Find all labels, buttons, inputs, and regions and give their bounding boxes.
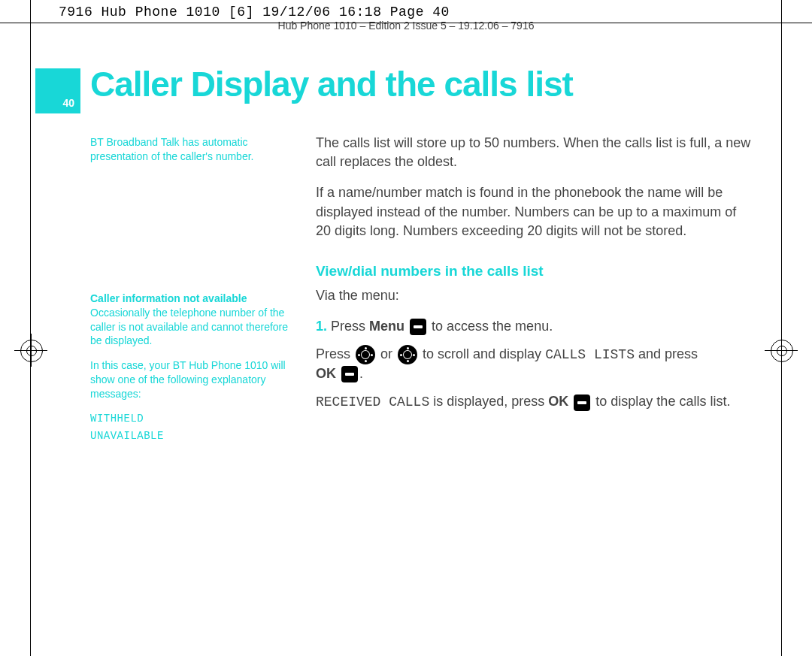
step-text: .: [359, 366, 363, 381]
page-number: 40: [62, 97, 74, 109]
ok-label: OK: [548, 394, 568, 409]
step-text: and press: [635, 346, 698, 361]
step-number: 1.: [316, 319, 327, 334]
step-text: Press: [331, 319, 369, 334]
body-column: The calls list will store up to 50 numbe…: [316, 134, 752, 422]
button-key-icon: [341, 366, 358, 382]
body-paragraph: If a name/number match is found in the p…: [316, 183, 752, 240]
button-key-icon: [410, 319, 426, 335]
step-1: 1. Press Menu to access the menu.: [316, 317, 752, 336]
page-number-box: 40: [35, 68, 80, 113]
sidebar-paragraph: Occasionally the telephone number of the…: [90, 306, 293, 349]
sidebar-msg-withheld: WITHHELD: [90, 412, 293, 426]
step-3: RECEIVED CALLS is displayed, press OK to…: [316, 392, 752, 412]
step-text: to display the calls list.: [592, 394, 730, 409]
page-title: Caller Display and the calls list: [90, 64, 573, 104]
nav-key-icon: [356, 345, 375, 364]
step-text: to scroll and display: [419, 346, 545, 361]
step-text: to access the menu.: [428, 319, 553, 334]
sidebar: BT Broadband Talk has automatic presenta…: [90, 135, 293, 443]
button-key-icon: [574, 395, 590, 411]
sidebar-paragraph: In this case, your BT Hub Phone 1010 wil…: [90, 358, 293, 401]
ok-label: OK: [316, 366, 336, 381]
step-2: Press or to scroll and display CALLS LIS…: [316, 345, 752, 383]
step-text: or: [377, 346, 396, 361]
menu-label: Menu: [369, 319, 404, 334]
body-subtitle: View/dial numbers in the calls list: [316, 261, 752, 282]
received-calls-label: RECEIVED CALLS: [316, 395, 429, 410]
step-text: Press: [316, 346, 354, 361]
sidebar-msg-unavailable: UNAVAILABLE: [90, 429, 293, 443]
nav-key-icon: [398, 345, 417, 364]
body-paragraph: The calls list will store up to 50 numbe…: [316, 134, 752, 171]
calls-lists-label: CALLS LISTS: [545, 347, 635, 362]
print-header-line: 7916 Hub Phone 1010 [6] 19/12/06 16:18 P…: [59, 5, 450, 20]
sidebar-section-title: Caller information not available: [90, 292, 293, 306]
body-via-label: Via the menu:: [316, 286, 752, 305]
sidebar-note: BT Broadband Talk has automatic presenta…: [90, 135, 293, 164]
step-text: is displayed, press: [429, 394, 548, 409]
